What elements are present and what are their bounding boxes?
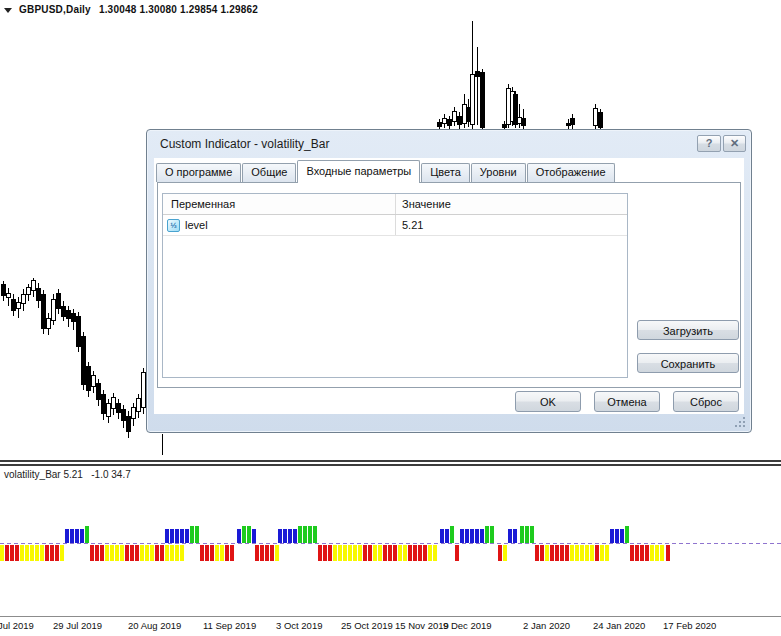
close-icon: ✕ xyxy=(730,137,739,149)
axis-date-label: 24 Jan 2020 xyxy=(593,620,645,631)
axis-date-label: 20 Aug 2019 xyxy=(128,620,181,631)
axis-date-label: 15 Nov 2019 xyxy=(395,620,449,631)
column-header-value: Значение xyxy=(396,194,627,214)
axis-date-label: 29 Jul 2019 xyxy=(53,620,102,631)
dialog-titlebar[interactable]: Custom Indicator - volatility_Bar ? ✕ xyxy=(147,130,751,158)
load-button[interactable]: Загрузить xyxy=(637,320,739,340)
param-value: 5.21 xyxy=(402,219,423,231)
tab-colors[interactable]: Цвета xyxy=(421,163,470,182)
tab-inputs[interactable]: Входные параметры xyxy=(297,160,420,183)
axis-date-label: 11 Sep 2019 xyxy=(203,620,256,631)
axis-date-label: 2 Jan 2020 xyxy=(523,620,570,631)
table-row[interactable]: ½ level 5.21 xyxy=(163,215,627,236)
save-button[interactable]: Сохранить xyxy=(637,353,739,373)
help-button[interactable]: ? xyxy=(697,135,721,152)
param-value-cell[interactable]: 5.21 xyxy=(396,215,627,235)
param-name: level xyxy=(185,219,208,231)
axis-date-label: 3 Oct 2019 xyxy=(276,620,322,631)
axis-date-label: 9 Dec 2019 xyxy=(443,620,492,631)
column-header-variable: Переменная xyxy=(163,194,396,214)
reset-button[interactable]: Сброс xyxy=(673,391,739,412)
tab-common[interactable]: Общие xyxy=(242,163,296,182)
tab-levels[interactable]: Уровни xyxy=(471,163,526,182)
dialog-client-area: О программе Общие Входные параметры Цвет… xyxy=(154,158,744,414)
parameters-table: Переменная Значение ½ level 5.21 xyxy=(162,193,628,378)
dialog-title: Custom Indicator - volatility_Bar xyxy=(160,137,329,151)
param-name-cell: ½ level xyxy=(163,215,396,235)
custom-indicator-dialog: Custom Indicator - volatility_Bar ? ✕ О … xyxy=(146,129,752,433)
inputs-tab-page: Переменная Значение ½ level 5.21 Загрузи… xyxy=(157,182,741,388)
axis-date-label: 5 Jul 2019 xyxy=(0,620,34,631)
half-value-icon: ½ xyxy=(167,219,180,232)
dialog-footer-buttons: OK Отмена Сброс xyxy=(515,391,739,412)
mt4-window: GBPUSD,Daily 1.30048 1.30080 1.29854 1.2… xyxy=(0,0,781,636)
tab-visualization[interactable]: Отображение xyxy=(527,163,615,182)
ok-button[interactable]: OK xyxy=(515,391,581,412)
help-icon: ? xyxy=(706,137,713,149)
dialog-tabs: О программе Общие Входные параметры Цвет… xyxy=(156,161,616,182)
close-button[interactable]: ✕ xyxy=(723,135,746,152)
axis-date-label: 17 Feb 2020 xyxy=(663,620,716,631)
tab-about[interactable]: О программе xyxy=(156,163,241,182)
cancel-button[interactable]: Отмена xyxy=(594,391,660,412)
resize-grip[interactable] xyxy=(735,417,745,427)
axis-date-label: 25 Oct 2019 xyxy=(341,620,393,631)
table-header-row: Переменная Значение xyxy=(163,194,627,215)
